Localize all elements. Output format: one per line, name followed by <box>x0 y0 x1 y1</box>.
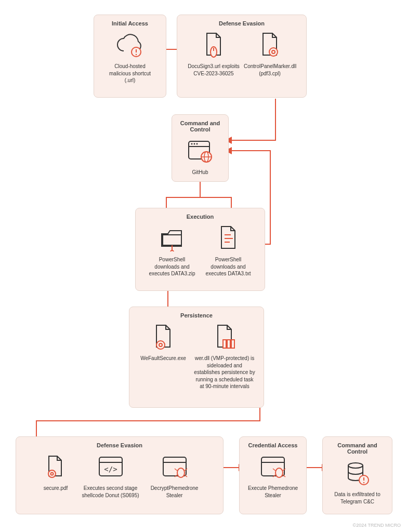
title-c2-2: Command and Control <box>327 442 388 455</box>
node-secure-pdf: secure.pdf <box>35 453 76 492</box>
svg-point-30 <box>177 468 185 477</box>
box-c2-telegram: Command and Control Data is exfiltrated … <box>322 436 392 514</box>
file-gear-icon <box>244 31 296 60</box>
label-ps-txt: PowerShell downloads and executes DATA3.… <box>202 256 254 277</box>
label-werdll: wer.dll (VMP-protected) is sideloaded an… <box>193 355 256 390</box>
box-defense-evasion-2: Defense Evasion secure.pdf </> <box>16 436 224 514</box>
label-github: GitHub <box>178 169 222 176</box>
server-alert-icon <box>329 459 386 488</box>
title-c2-1: Command and Control <box>176 120 224 132</box>
folder-drip-icon <box>146 224 198 253</box>
box-c2-github: Command and Control GitHub <box>172 114 229 182</box>
file-gear-icon <box>137 323 189 352</box>
node-controlpanel-dll: ControlPanelMarker.dll (pdf3.cpl) <box>244 31 296 77</box>
node-ps-txt: PowerShell downloads and executes DATA3.… <box>202 224 254 277</box>
label-telegram: Data is exfiltrated to Telegram C&C <box>329 491 386 505</box>
node-docusign-url: DocuSign3.url exploits CVE-2023-36025 <box>188 31 240 77</box>
title-initial-access: Initial Access <box>98 20 162 26</box>
svg-point-11 <box>196 143 198 145</box>
browser-globe-icon <box>178 137 222 166</box>
svg-rect-20 <box>223 340 226 348</box>
file-books-icon <box>193 323 256 352</box>
box-initial-access: Initial Access Cloud-hosted malicious sh… <box>94 15 166 98</box>
box-defense-evasion-1: Defense Evasion DocuSign3.url exploits C… <box>177 15 307 98</box>
node-werdll: wer.dll (VMP-protected) is sideloaded an… <box>193 323 256 390</box>
title-execution: Execution <box>140 214 260 220</box>
file-mouse-icon <box>188 31 240 60</box>
svg-point-37 <box>275 468 283 477</box>
svg-rect-21 <box>227 340 230 348</box>
label-docusign: DocuSign3.url exploits CVE-2023-36025 <box>188 63 240 77</box>
node-cloud-shortcut: Cloud-hosted malicious shortcut (.url) <box>104 31 156 84</box>
browser-bug-icon <box>246 453 300 482</box>
title-persistence: Persistence <box>134 312 259 318</box>
node-ps-zip: PowerShell downloads and executes DATA3.… <box>146 224 198 277</box>
svg-point-45 <box>363 482 364 483</box>
node-decrypt-phemedrone: DecryptPhemedrone Stealer <box>145 453 204 499</box>
label-decrypt: DecryptPhemedrone Stealer <box>145 485 204 499</box>
label-secure-pdf: secure.pdf <box>35 485 76 492</box>
browser-bug-icon <box>145 453 204 482</box>
node-github: GitHub <box>178 137 222 176</box>
box-credential-access: Credential Access Execute Phemedrone Ste… <box>239 436 307 514</box>
label-donut: Executes second stage shellcode Donut (S… <box>81 485 140 499</box>
box-persistence: Persistence WeFaultSecure.exe <box>129 307 264 408</box>
node-telegram: Data is exfiltrated to Telegram C&C <box>329 459 386 505</box>
file-lines-icon <box>202 224 254 253</box>
title-cred-access: Credential Access <box>244 442 302 448</box>
box-execution: Execution PowerShell downloads and execu… <box>135 208 265 291</box>
svg-point-9 <box>191 143 193 145</box>
svg-rect-22 <box>231 340 234 348</box>
label-cpl: ControlPanelMarker.dll (pdf3.cpl) <box>244 63 296 77</box>
svg-point-42 <box>348 463 363 468</box>
svg-line-38 <box>273 469 275 471</box>
node-exec-phemedrone: Execute Phemedrone Stealer <box>246 453 300 499</box>
label-ps-zip: PowerShell downloads and executes DATA3.… <box>146 256 198 277</box>
file-gear-icon <box>35 453 76 482</box>
svg-point-10 <box>194 143 195 145</box>
svg-line-31 <box>175 469 177 471</box>
label-wefault: WeFaultSecure.exe <box>137 355 189 362</box>
label-exec-phemedrone: Execute Phemedrone Stealer <box>246 485 300 499</box>
footer-copyright: ©2024 TREND MICRO <box>353 523 401 528</box>
svg-point-2 <box>136 54 137 55</box>
node-wefault: WeFaultSecure.exe <box>137 323 189 362</box>
label-cloud-shortcut: Cloud-hosted malicious shortcut (.url) <box>104 63 156 84</box>
svg-point-5 <box>269 48 278 56</box>
node-donut: </> Executes second stage shellcode Donu… <box>81 453 140 499</box>
svg-point-23 <box>48 470 56 477</box>
svg-text:</>: </> <box>104 465 117 473</box>
title-defense-evasion-2: Defense Evasion <box>20 442 219 448</box>
title-defense-evasion-1: Defense Evasion <box>181 20 302 26</box>
svg-point-18 <box>156 341 165 349</box>
browser-code-icon: </> <box>81 453 140 482</box>
cloud-alert-icon <box>104 31 156 60</box>
